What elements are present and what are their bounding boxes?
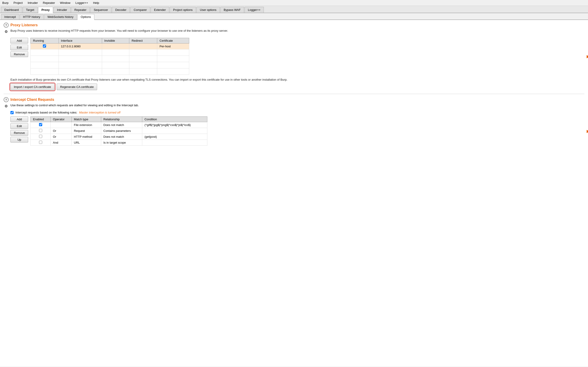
listeners-edit-btn[interactable]: Edit <box>10 45 28 50</box>
rule-condition-2: (get|post) <box>142 134 207 140</box>
subtab-options[interactable]: Options <box>77 14 94 20</box>
tab-target[interactable]: Target <box>23 7 38 13</box>
rule-relationship-0: Does not match <box>101 122 142 128</box>
rules-add-btn[interactable]: Add <box>10 117 28 122</box>
table-row[interactable]: Or HTTP method Does not match (get|post) <box>31 134 207 140</box>
menu-window[interactable]: Window <box>59 1 71 5</box>
tab-sequencer[interactable]: Sequencer <box>90 7 111 13</box>
rule-matchtype-2: HTTP method <box>71 134 101 140</box>
menu-project[interactable]: Project <box>12 1 23 5</box>
tab-logger-plus[interactable]: Logger++ <box>244 7 264 13</box>
rule-operator-0 <box>51 122 71 128</box>
rule-enabled-0[interactable] <box>39 123 42 126</box>
rules-expand-arrow[interactable]: ▶ <box>587 129 588 134</box>
table-row[interactable]: And URL Is in target scope <box>31 140 207 146</box>
regenerate-ca-btn[interactable]: Regenerate CA certificate <box>57 83 97 90</box>
col-interface: Interface <box>59 38 102 43</box>
rules-col-operator: Operator <box>51 117 71 122</box>
listeners-table-section: Add Edit Remove Running Interface Invisi… <box>10 38 584 75</box>
rule-operator-2: Or <box>51 134 71 140</box>
invisible-cell <box>102 43 129 49</box>
rules-col-condition: Condition <box>142 117 207 122</box>
tab-extender[interactable]: Extender <box>151 7 169 13</box>
rule-condition-3 <box>142 140 207 146</box>
master-status: Master interception is turned off <box>79 111 120 114</box>
rule-matchtype-1: Request <box>71 128 101 134</box>
table-row[interactable]: 127.0.0.1:8080 Per-host <box>31 43 189 49</box>
listeners-add-btn[interactable]: Add <box>10 38 28 43</box>
main-tab-bar: Dashboard Target Proxy Intruder Repeater… <box>0 6 588 13</box>
intercept-rules-label: Intercept requests based on the followin… <box>15 111 77 114</box>
running-checkbox[interactable] <box>43 44 46 48</box>
rule-operator-1: Or <box>51 128 71 134</box>
section-divider <box>4 94 584 94</box>
rule-operator-3: And <box>51 140 71 146</box>
tab-proxy[interactable]: Proxy <box>38 7 53 13</box>
col-running: Running <box>31 38 59 43</box>
listeners-btn-col: Add Edit Remove <box>10 38 28 75</box>
proxy-listeners-header: ? Proxy Listeners <box>4 23 584 28</box>
menu-burp[interactable]: Burp <box>1 1 9 5</box>
rules-edit-btn[interactable]: Edit <box>10 123 28 129</box>
rule-enabled-1[interactable] <box>39 129 42 132</box>
intercept-requests-desc: Use these settings to control which requ… <box>10 104 139 107</box>
rule-relationship-3: Is in target scope <box>101 140 142 146</box>
import-export-ca-btn[interactable]: Import / export CA certificate <box>10 83 54 90</box>
certificate-cell: Per-host <box>157 43 189 49</box>
listeners-expand-arrow[interactable]: ▶ <box>587 54 588 59</box>
rules-up-btn[interactable]: Up <box>10 137 28 142</box>
tab-dashboard[interactable]: Dashboard <box>1 7 22 13</box>
proxy-listeners-section: ? Proxy Listeners ⚙ Burp Proxy uses list… <box>4 23 584 75</box>
help-icon-intercept: ? <box>4 97 9 102</box>
rule-enabled-3[interactable] <box>39 141 42 144</box>
gear-icon-intercept: ⚙ <box>4 104 9 108</box>
tab-project-options[interactable]: Project options <box>170 7 196 13</box>
rules-btn-col: Add Edit Remove Up <box>10 117 28 146</box>
subtab-intercept[interactable]: Intercept <box>1 14 19 19</box>
menu-logger[interactable]: Logger++ <box>74 1 89 5</box>
table-row-empty-2 <box>31 56 189 62</box>
intercept-requests-section: ? Intercept Client Requests ⚙ Use these … <box>4 97 584 146</box>
gear-icon-listeners: ⚙ <box>4 29 9 34</box>
tab-comparer[interactable]: Comparer <box>130 7 150 13</box>
ca-section: Each installation of Burp generates its … <box>10 78 584 90</box>
menu-help[interactable]: Help <box>92 1 100 5</box>
intercept-rules-checkbox[interactable] <box>10 111 14 114</box>
rule-relationship-1: Contains parameters <box>101 128 142 134</box>
subtab-http-history[interactable]: HTTP history <box>20 14 44 19</box>
proxy-listeners-title: Proxy Listeners <box>10 23 38 27</box>
menu-repeater[interactable]: Repeater <box>42 1 56 5</box>
col-invisible: Invisible <box>102 38 129 43</box>
menu-bar: Burp Project Intruder Repeater Window Lo… <box>0 0 588 6</box>
subtab-websockets-history[interactable]: WebSockets history <box>44 14 77 19</box>
menu-intruder[interactable]: Intruder <box>27 1 39 5</box>
tab-user-options[interactable]: User options <box>197 7 220 13</box>
help-icon: ? <box>4 23 9 28</box>
ca-buttons: Import / export CA certificate Regenerat… <box>10 83 584 90</box>
rules-table: Enabled Operator Match type Relationship… <box>30 117 207 146</box>
proxy-listeners-desc: Burp Proxy uses listeners to receive inc… <box>10 29 228 32</box>
table-row-empty-3 <box>31 62 189 68</box>
tab-decoder[interactable]: Decoder <box>112 7 130 13</box>
rules-col-enabled: Enabled <box>31 117 51 122</box>
tab-bypass-waf[interactable]: Bypass WAF <box>220 7 244 13</box>
interface-cell: 127.0.0.1:8080 <box>59 43 102 49</box>
listeners-remove-btn[interactable]: Remove <box>10 51 28 57</box>
tab-intruder[interactable]: Intruder <box>53 7 70 13</box>
tab-repeater[interactable]: Repeater <box>71 7 90 13</box>
redirect-cell <box>129 43 157 49</box>
ca-desc: Each installation of Burp generates its … <box>10 78 584 81</box>
rules-table-section: Add Edit Remove Up Enabled Operator Matc… <box>10 117 584 146</box>
rule-condition-1 <box>142 128 207 134</box>
table-row-empty-1 <box>31 49 189 56</box>
rule-enabled-2[interactable] <box>39 135 42 138</box>
col-redirect: Redirect <box>129 38 157 43</box>
intercept-checkbox-row: Intercept requests based on the followin… <box>10 111 584 114</box>
table-row[interactable]: File extension Does not match (^gif$|^jp… <box>31 122 207 128</box>
rules-remove-btn[interactable]: Remove <box>10 130 28 136</box>
rules-col-relationship: Relationship <box>101 117 142 122</box>
sub-tab-bar: Intercept HTTP history WebSockets histor… <box>0 13 588 20</box>
intercept-requests-header: ? Intercept Client Requests <box>4 97 584 102</box>
rule-relationship-2: Does not match <box>101 134 142 140</box>
table-row[interactable]: Or Request Contains parameters <box>31 128 207 134</box>
